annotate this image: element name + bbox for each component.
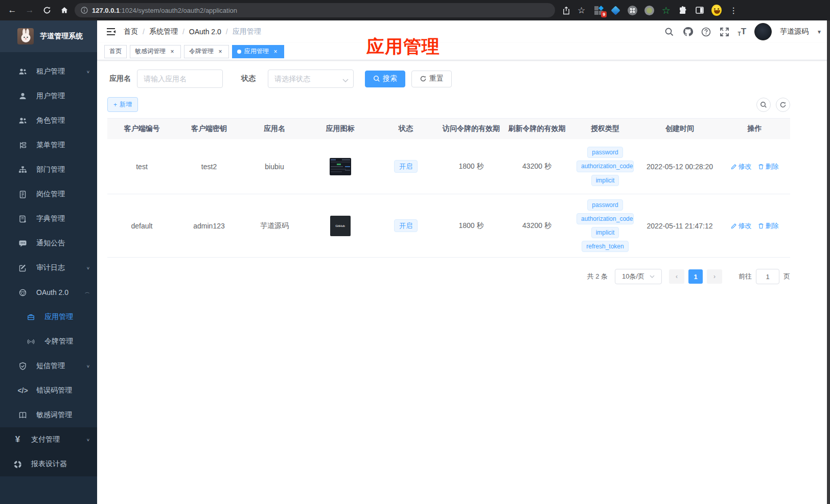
- tab-application[interactable]: 应用管理×: [232, 45, 284, 58]
- delete-button[interactable]: 删除: [758, 162, 779, 171]
- sidebar-item-tenant[interactable]: 租户管理 ∨: [0, 59, 97, 84]
- sidebar-item-errorcode[interactable]: </> 错误码管理: [0, 378, 97, 403]
- breadcrumb-home[interactable]: 首页: [124, 27, 138, 36]
- breadcrumb-system[interactable]: 系统管理: [149, 27, 178, 36]
- sidebar-item-oauth-token[interactable]: 令牌管理: [0, 329, 97, 354]
- sidebar-item-label: 敏感词管理: [36, 410, 90, 420]
- sidebar-item-pay[interactable]: ¥ 支付管理 ∨: [0, 427, 97, 452]
- refresh-icon: [779, 101, 787, 108]
- sidebar-item-dict[interactable]: 字典管理: [0, 207, 97, 231]
- sidebar-item-sensitive[interactable]: 敏感词管理: [0, 403, 97, 427]
- tab-token[interactable]: 令牌管理×: [184, 45, 229, 58]
- prev-page-button[interactable]: ‹: [669, 269, 684, 284]
- extension-command-icon[interactable]: [627, 5, 637, 15]
- toolbar: + 新增: [107, 97, 790, 112]
- user-avatar[interactable]: [754, 23, 772, 40]
- browser-menu-kebab-icon[interactable]: ⋮: [728, 5, 739, 15]
- profile-avatar-icon[interactable]: [711, 5, 722, 15]
- help-icon[interactable]: [701, 27, 711, 37]
- app-title: 芋道管理系统: [40, 32, 83, 41]
- github-icon[interactable]: [683, 27, 693, 37]
- url-path: :1024/system/oauth2/oauth2/application: [120, 7, 237, 14]
- username[interactable]: 芋道源码: [780, 27, 809, 36]
- edit-button[interactable]: 修改: [731, 221, 752, 231]
- tab-home[interactable]: 首页: [104, 45, 127, 58]
- add-button[interactable]: + 新增: [107, 97, 138, 112]
- sidebar-item-report[interactable]: 报表设计器: [0, 452, 97, 476]
- col-app-icon: 应用图标: [307, 124, 373, 133]
- grant-tag: authorization_code: [577, 161, 634, 172]
- sidebar-item-oauth[interactable]: OAuth 2.0 ︿: [0, 280, 97, 305]
- col-grant-types: 授权类型: [570, 124, 640, 133]
- sidebar-item-oauth-application[interactable]: 应用管理: [0, 305, 97, 329]
- search-icon[interactable]: [664, 27, 675, 37]
- site-info-icon[interactable]: [81, 7, 88, 14]
- user-caret-icon[interactable]: ▼: [817, 29, 822, 35]
- share-icon[interactable]: [562, 6, 570, 15]
- reset-button[interactable]: 重置: [411, 71, 452, 87]
- extension-grid-icon[interactable]: 9: [593, 5, 604, 15]
- chevron-down-icon: ∨: [86, 438, 90, 442]
- window-scrollbar[interactable]: [827, 20, 830, 504]
- breadcrumb-oauth[interactable]: OAuth 2.0: [189, 28, 221, 36]
- col-refresh-validity: 刷新令牌的有效期: [504, 124, 570, 133]
- sidebar-item-role[interactable]: 角色管理: [0, 108, 97, 133]
- cell-refresh-validity: 43200 秒: [504, 162, 570, 171]
- refresh-icon: [420, 75, 427, 82]
- breadcrumb-current: 应用管理: [233, 27, 261, 36]
- sidebar-item-sms[interactable]: 短信管理 ∨: [0, 354, 97, 378]
- sidebar: 芋道管理系统 租户管理 ∨ 用户管理 角色管理 菜单管理 部门管理: [0, 20, 97, 504]
- page-size-select[interactable]: 10条/页: [615, 269, 662, 284]
- sidebar-item-user[interactable]: 用户管理: [0, 84, 97, 108]
- fullscreen-icon[interactable]: [720, 27, 730, 37]
- sidebar-item-post[interactable]: 岗位管理: [0, 182, 97, 207]
- extension-dot-icon[interactable]: [644, 5, 654, 15]
- close-icon[interactable]: ×: [169, 48, 176, 55]
- address-bar[interactable]: 127.0.0.1:1024/system/oauth2/oauth2/appl…: [75, 3, 555, 17]
- show-search-toggle-button[interactable]: [756, 98, 771, 112]
- browser-forward-icon[interactable]: →: [22, 3, 37, 17]
- side-panel-icon[interactable]: [695, 5, 705, 15]
- edit-button[interactable]: 修改: [731, 162, 752, 171]
- browser-home-icon[interactable]: [57, 3, 72, 17]
- cell-app-icon: [307, 158, 373, 175]
- sidebar-item-audit[interactable]: 审计日志 ∨: [0, 256, 97, 280]
- close-icon[interactable]: ×: [217, 48, 224, 55]
- refresh-table-button[interactable]: [776, 98, 790, 112]
- sidebar-item-dept[interactable]: 部门管理: [0, 157, 97, 182]
- delete-button[interactable]: 删除: [758, 221, 779, 231]
- bookmark-star-icon[interactable]: ☆: [578, 5, 585, 16]
- breadcrumb-separator: /: [226, 28, 228, 36]
- table-header-row: 客户端编号 客户端密钥 应用名 应用图标 状态 访问令牌的有效期 刷新令牌的有效…: [107, 119, 790, 139]
- extensions-puzzle-icon[interactable]: [678, 5, 688, 15]
- tab-sensitive[interactable]: 敏感词管理×: [130, 45, 181, 58]
- status-badge[interactable]: 开启: [394, 160, 418, 173]
- font-size-icon[interactable]: TT: [738, 27, 747, 37]
- goto-page-input[interactable]: [756, 269, 779, 284]
- trash-icon: [758, 164, 764, 170]
- col-status: 状态: [373, 124, 439, 133]
- browser-reload-icon[interactable]: [40, 3, 54, 17]
- search-button[interactable]: 搜索: [365, 71, 405, 87]
- cell-app-icon: GitHub: [307, 216, 373, 236]
- next-page-button[interactable]: ›: [707, 269, 722, 284]
- breadcrumb-separator: /: [182, 28, 185, 36]
- hamburger-icon[interactable]: [105, 26, 117, 37]
- sidebar-item-menu[interactable]: 菜单管理: [0, 133, 97, 157]
- extension-star-icon[interactable]: ☆: [661, 5, 671, 15]
- app-name-input[interactable]: [137, 70, 223, 88]
- status-select[interactable]: [268, 70, 354, 88]
- sidebar-item-notice[interactable]: 通知公告: [0, 231, 97, 256]
- status-badge[interactable]: 开启: [394, 219, 418, 233]
- sidebar-logo[interactable]: 芋道管理系统: [0, 20, 97, 52]
- sidebar-item-label: 租户管理: [36, 67, 77, 76]
- extension-kite-icon[interactable]: [610, 5, 620, 15]
- sidebar-item-label: 审计日志: [36, 263, 77, 272]
- select-caret-icon: [650, 275, 655, 279]
- browser-back-icon[interactable]: ←: [5, 3, 19, 17]
- close-icon[interactable]: ×: [272, 48, 279, 55]
- users-icon: [18, 67, 27, 76]
- edit-icon: [731, 164, 737, 170]
- page-1-button[interactable]: 1: [688, 269, 703, 284]
- extension-tray: 9 ☆ ⋮: [593, 5, 739, 15]
